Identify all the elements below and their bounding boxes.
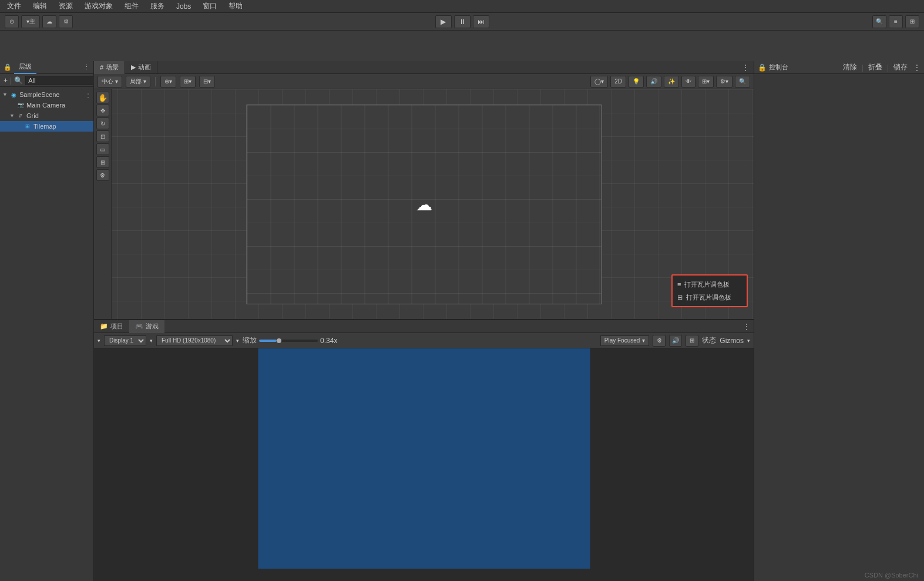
popup-label-2: 打开瓦片调色板: [686, 293, 731, 302]
layout-button[interactable]: ⊞: [905, 15, 919, 28]
more-scene-icon[interactable]: ⋮: [742, 63, 749, 72]
menu-window[interactable]: 窗口: [200, 0, 219, 12]
scene-tab-actions: ⋮: [742, 63, 754, 72]
more-game-icon[interactable]: ⋮: [743, 323, 750, 331]
menu-bar: 文件 编辑 资源 游戏对象 组件 服务 Jobs 窗口 帮助: [0, 0, 924, 13]
search-scene-btn[interactable]: 🔍: [735, 76, 750, 88]
resolution-select[interactable]: Full HD (1920x1080): [156, 335, 233, 346]
game-label: 游戏: [146, 322, 159, 331]
move-tool[interactable]: ⊕▾: [160, 76, 176, 88]
layers-button[interactable]: ≡: [889, 15, 903, 28]
hierarchy-item-samplescene[interactable]: ▼ ◉ SampleScene ⋮: [0, 89, 93, 100]
speaker-icon-btn[interactable]: 🔊: [669, 335, 682, 347]
effects-btn[interactable]: ✨: [664, 76, 679, 88]
game-toolbar-right: Play Focused ▾ ⚙ 🔊 ⊞ 状态 Gizmos ▾: [600, 335, 750, 347]
menu-assets[interactable]: 资源: [56, 0, 75, 12]
collapse-btn[interactable]: 折叠: [868, 62, 882, 72]
pause-button[interactable]: ⏸: [454, 15, 471, 28]
dropdown-icon2: ▾: [143, 78, 146, 85]
hierarchy-item-tilemap[interactable]: ⊞ Tilemap: [0, 121, 93, 132]
anim-tab-label: 动画: [138, 63, 151, 72]
resolution-arrow: ▾: [236, 338, 239, 344]
menu-help[interactable]: 帮助: [226, 0, 245, 12]
display-select[interactable]: Display 1: [104, 335, 146, 346]
hierarchy-search-row: + | 🔍 ☰: [0, 74, 93, 87]
play-button[interactable]: ▶: [435, 15, 452, 28]
zoom-value: 0.34x: [320, 337, 337, 345]
hand-tool[interactable]: ✋: [96, 92, 109, 103]
cloud-button[interactable]: ☁: [42, 15, 56, 28]
grid-icon: #: [16, 112, 25, 120]
menu-component[interactable]: 组件: [122, 0, 141, 12]
account-label[interactable]: ▾主: [21, 15, 40, 28]
play-controls: ▶ ⏸ ⏭: [435, 15, 489, 28]
play-focused-button[interactable]: Play Focused ▾: [600, 335, 650, 346]
lock-icon-inspector[interactable]: 🔒: [758, 63, 767, 72]
local-dropdown[interactable]: 局部 ▾: [126, 76, 150, 88]
local-label: 局部: [130, 78, 142, 86]
hidden-btn[interactable]: 👁: [681, 76, 695, 88]
grid-btn[interactable]: ⊞▾: [698, 76, 714, 88]
rotate-tool[interactable]: ⊞▾: [180, 76, 196, 88]
keep-btn[interactable]: 锁存: [893, 62, 908, 72]
lock-icon[interactable]: 🔒: [4, 63, 12, 71]
rotate-tool-side[interactable]: ↻: [96, 117, 109, 129]
hierarchy-item-grid[interactable]: ▼ # Grid: [0, 110, 93, 121]
menu-edit[interactable]: 编辑: [31, 0, 49, 12]
lighting-btn[interactable]: 💡: [629, 76, 644, 88]
gizmos-btn[interactable]: ⚙▾: [716, 76, 733, 88]
game-settings-btn[interactable]: ⚙: [653, 335, 666, 347]
center-dropdown[interactable]: 中心 ▾: [98, 76, 122, 88]
center-label: 中心: [102, 78, 113, 86]
menu-jobs[interactable]: Jobs: [174, 1, 193, 12]
animation-tab[interactable]: ▶ 动画: [125, 61, 157, 74]
display-arrow2: ▾: [150, 338, 153, 344]
hierarchy-tab[interactable]: 层级: [14, 61, 36, 74]
account-button[interactable]: ⊙: [5, 15, 19, 28]
gizmos-label: Gizmos: [720, 337, 744, 345]
step-button[interactable]: ⏭: [473, 15, 489, 28]
add-button[interactable]: +: [4, 76, 8, 85]
game-toolbar: ▾ Display 1 ▾ Full HD (1920x1080) ▾ 缩放 0…: [94, 333, 754, 348]
popup-item-2[interactable]: ⊞ 打开瓦片调色板: [673, 291, 747, 304]
dropdown-icon: ▾: [115, 78, 118, 85]
search-button[interactable]: 🔍: [872, 15, 886, 28]
global-btn[interactable]: ◯▾: [590, 76, 608, 88]
menu-file[interactable]: 文件: [5, 0, 23, 12]
hierarchy-header: 🔒 层级 ⋮: [0, 61, 93, 74]
game-tab[interactable]: 🎮 游戏: [129, 320, 164, 333]
popup-icon-1: ≡: [677, 281, 681, 288]
game-canvas: [258, 348, 590, 569]
move-tool-side[interactable]: ✥: [96, 105, 109, 116]
scale-tool[interactable]: ⊟▾: [199, 76, 215, 88]
project-tab[interactable]: 📁 项目: [94, 320, 129, 333]
display-arrow: ▾: [98, 338, 100, 344]
game-panel: 📁 项目 🎮 游戏 ⋮ ▾ Display 1 ▾ Fu: [94, 319, 754, 581]
scene-more-icon[interactable]: ⋮: [85, 92, 91, 98]
popup-icon-2: ⊞: [677, 294, 683, 301]
scene-tab-label: 场景: [106, 63, 119, 72]
2d-btn[interactable]: 2D: [610, 76, 626, 88]
stats-icon-btn[interactable]: ⊞: [686, 335, 698, 347]
game-tab-actions: ⋮: [743, 323, 754, 331]
zoom-slider[interactable]: [259, 340, 318, 342]
more-inspector-icon[interactable]: ⋮: [913, 63, 920, 72]
audio-btn[interactable]: 🔊: [646, 76, 661, 88]
more-icon[interactable]: ⋮: [83, 63, 90, 71]
custom-tool-side[interactable]: ⚙: [96, 169, 109, 181]
popup-item-1[interactable]: ≡ 打开瓦片调色板: [673, 278, 747, 291]
transform-tool-side[interactable]: ⊞: [96, 156, 109, 168]
menu-services[interactable]: 服务: [148, 0, 167, 12]
rect-tool-side[interactable]: ▭: [96, 143, 109, 155]
menu-gameobject[interactable]: 游戏对象: [82, 0, 115, 12]
hierarchy-item-camera[interactable]: 📷 Main Camera: [0, 100, 93, 110]
zoom-slider-thumb[interactable]: [277, 338, 281, 343]
clear-btn[interactable]: 清除: [843, 62, 857, 72]
grid-icon-tab: #: [100, 64, 103, 71]
scene-tab[interactable]: # 场景: [94, 61, 125, 74]
scale-tool-side[interactable]: ⊡: [96, 130, 109, 142]
scene-icon: ◉: [9, 90, 18, 99]
center-area: # 场景 ▶ 动画 ⋮ 中心 ▾ 局部 ▾ ⊕▾ ⊞▾ ⊟▾: [94, 61, 754, 581]
inspector-title: 控制台: [769, 63, 788, 72]
settings-button[interactable]: ⚙: [59, 15, 73, 28]
